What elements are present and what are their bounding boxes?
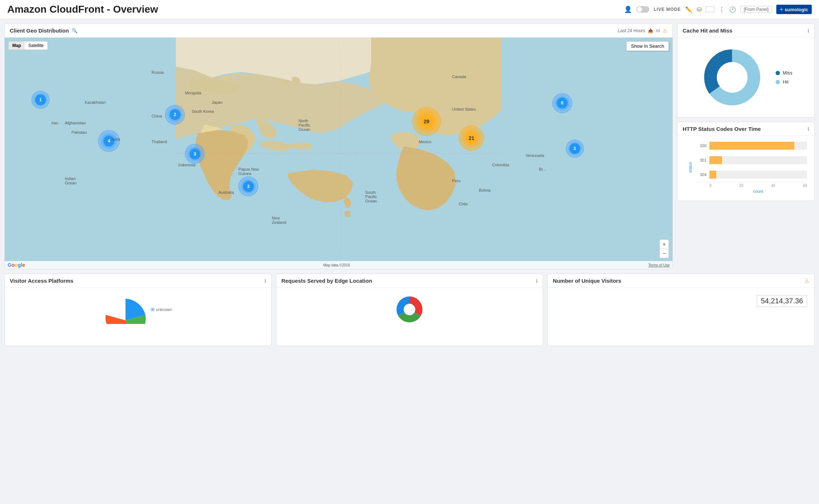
http-info-icon[interactable]: ℹ xyxy=(807,126,809,132)
show-in-search-button[interactable]: Show In Search xyxy=(626,41,669,51)
cluster-value-9: 3 xyxy=(243,181,254,192)
map-filter-icon[interactable]: ⛁ xyxy=(656,28,660,33)
google-logo: Google xyxy=(8,262,25,268)
more-options-icon[interactable]: ⋮ xyxy=(719,6,725,13)
cluster-value-2: 2 xyxy=(170,109,181,120)
right-column: Cache Hit and Miss ℹ Miss xyxy=(677,24,815,269)
donut-container: Miss Hit xyxy=(678,38,814,117)
cluster-value-1: 1 xyxy=(35,94,46,105)
cluster-marker-6[interactable]: 21 xyxy=(459,125,484,151)
filter-icon[interactable]: ⛁ xyxy=(697,6,701,13)
bar-fill-301 xyxy=(709,156,722,164)
zoom-out-button[interactable]: − xyxy=(659,249,669,258)
map-search-icon[interactable]: 🔍 xyxy=(72,28,77,33)
header: Amazon CloudFront - Overview 👤 LIVE MODE… xyxy=(0,0,819,19)
unique-visitors-title: Number of Unique Visitors xyxy=(553,278,621,284)
map-panel-title: Client Geo Distribution xyxy=(10,27,69,34)
edge-panel-title: Requests Served by Edge Location xyxy=(281,278,372,284)
bar-row-200: 200 xyxy=(696,141,807,150)
user-icon: 👤 xyxy=(624,5,632,13)
visitor-panel-header: Visitor Access Platforms ℹ xyxy=(5,274,271,288)
cache-info-icon[interactable]: ℹ xyxy=(807,28,809,34)
cluster-marker-9[interactable]: 3 xyxy=(238,176,258,196)
bottom-row: Visitor Access Platforms ℹ unknown Reque… xyxy=(4,274,815,346)
svg-point-5 xyxy=(404,304,415,315)
panel-label[interactable]: [From Panel] xyxy=(741,6,772,13)
map-container: Map Satellite Show In Search 1 2 4 3 xyxy=(5,38,672,269)
logo-plus: + xyxy=(780,6,783,13)
cluster-value-8: 3 xyxy=(569,143,580,154)
map-type-satellite-btn[interactable]: Satellite xyxy=(25,42,47,50)
sumologic-logo: + sumologic xyxy=(776,5,812,14)
legend-miss-dot xyxy=(776,71,780,75)
map-panel: Client Geo Distribution 🔍 Last 24 Hours … xyxy=(4,24,673,269)
time-range-label: Last 24 Hours xyxy=(618,28,645,33)
bar-chart-container: status 200 301 xyxy=(678,136,814,201)
unique-visitors-value: 54,214,37.36 xyxy=(548,288,814,314)
cluster-marker-8[interactable]: 3 xyxy=(566,140,584,158)
bar-label-301: 301 xyxy=(696,158,706,162)
terms-of-use[interactable]: Terms of Use xyxy=(648,263,670,267)
bar-label-304: 304 xyxy=(696,172,706,177)
visitor-platforms-panel: Visitor Access Platforms ℹ unknown xyxy=(4,274,272,346)
legend-miss: Miss xyxy=(776,70,793,76)
cluster-value-5: 29 xyxy=(421,116,432,127)
unique-visitors-header: Number of Unique Visitors ⚠ xyxy=(548,274,814,288)
bars-section: 200 301 304 xyxy=(696,141,807,193)
legend-unknown-label: unknown xyxy=(156,307,172,312)
logo-text: sumologic xyxy=(785,7,808,12)
visitor-panel-title: Visitor Access Platforms xyxy=(10,278,73,284)
visitor-info-icon[interactable]: ℹ xyxy=(264,278,266,284)
bar-row-304: 304 xyxy=(696,170,807,179)
cluster-marker-1[interactable]: 1 xyxy=(31,91,50,109)
bar-row-301: 301 xyxy=(696,156,807,165)
http-panel-header: HTTP Status Codes Over Time ℹ xyxy=(678,122,814,136)
legend-miss-label: Miss xyxy=(783,70,793,76)
bar-fill-200 xyxy=(709,142,794,150)
bar-bg-304 xyxy=(709,171,807,179)
color-rect xyxy=(706,7,714,12)
map-export-icon[interactable]: 📤 xyxy=(648,28,653,33)
unique-visitors-warning-icon: ⚠ xyxy=(805,278,809,284)
edge-pie-chart xyxy=(388,295,431,324)
legend-hit-dot xyxy=(776,80,780,84)
live-mode-toggle[interactable] xyxy=(636,6,649,13)
zoom-in-button[interactable]: + xyxy=(659,239,669,249)
x-tick-60: 60 xyxy=(803,184,807,188)
map-zoom-controls: + − xyxy=(659,239,669,258)
edge-info-icon[interactable]: ℹ xyxy=(536,278,538,284)
page-title: Amazon CloudFront - Overview xyxy=(7,4,158,15)
legend-unknown: unknown xyxy=(151,307,172,312)
edit-icon[interactable]: ✏️ xyxy=(685,6,692,13)
y-axis-label-wrap: status xyxy=(685,141,696,193)
main-content: Client Geo Distribution 🔍 Last 24 Hours … xyxy=(0,19,819,274)
donut-legend: Miss Hit xyxy=(776,70,793,85)
x-axis-ticks: 0 20 40 60 xyxy=(696,182,807,188)
cluster-marker-2[interactable]: 2 xyxy=(165,105,185,125)
x-tick-0: 0 xyxy=(709,184,712,188)
visitor-pie-chart xyxy=(104,295,147,324)
unique-visitors-panel: Number of Unique Visitors ⚠ 54,214,37.36 xyxy=(547,274,815,346)
map-type-map-btn[interactable]: Map xyxy=(9,42,25,50)
x-axis-label: count xyxy=(696,189,807,193)
donut-chart xyxy=(700,45,765,110)
cluster-marker-7[interactable]: 6 xyxy=(552,93,572,113)
legend-unknown-dot xyxy=(151,308,154,311)
visitor-legend: unknown xyxy=(151,307,172,312)
bar-fill-304 xyxy=(709,171,716,179)
time-icon: 🕐 xyxy=(729,6,736,13)
edge-chart-area xyxy=(276,288,543,331)
map-type-toggle: Map Satellite xyxy=(8,41,48,50)
map-data-label: Map data ©2016 xyxy=(323,263,350,267)
http-panel: HTTP Status Codes Over Time ℹ status 200 xyxy=(677,122,815,201)
x-tick-20: 20 xyxy=(739,184,743,188)
bar-bg-301 xyxy=(709,156,807,164)
bar-label-200: 200 xyxy=(696,144,706,148)
bar-chart-wrap: status 200 301 xyxy=(685,141,807,193)
cluster-value-6: 21 xyxy=(466,133,477,144)
cluster-marker-5[interactable]: 29 xyxy=(412,107,441,136)
cluster-value-3: 4 xyxy=(103,136,114,146)
visitor-chart-area: unknown xyxy=(5,288,271,331)
map-warning-icon: ⚠ xyxy=(663,28,667,34)
map-panel-header: Client Geo Distribution 🔍 Last 24 Hours … xyxy=(5,24,672,38)
